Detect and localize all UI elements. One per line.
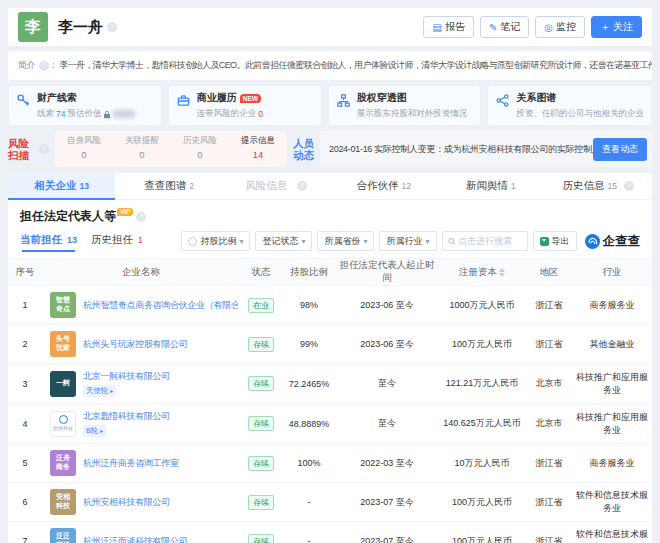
filter-dropdown[interactable]: 所属行业 bbox=[379, 231, 436, 251]
industry-cell: 软件和信息技术服务业 bbox=[572, 522, 652, 543]
relation-graph-card[interactable]: 关系图谱 投资、任职的公司与他相关的企业 bbox=[487, 85, 652, 126]
company-name-link[interactable]: 杭州泛泛而谈科技有限公司 bbox=[83, 535, 187, 543]
monitor-button[interactable]: ◎ 监控 bbox=[535, 16, 585, 38]
company-name-link[interactable]: 杭州头号玩家控股有限公司 bbox=[83, 338, 187, 351]
filter-dropdown[interactable]: 所属省份 bbox=[317, 231, 374, 251]
filter-dropdown[interactable]: 持股比例 bbox=[181, 231, 250, 251]
status-badge: 存续 bbox=[248, 456, 274, 471]
follow-label: 关注 bbox=[613, 20, 633, 34]
export-button[interactable]: 导出 bbox=[533, 231, 577, 251]
info-icon[interactable]: ? bbox=[107, 22, 117, 32]
info-icon[interactable]: ? bbox=[136, 212, 146, 222]
search-icon bbox=[448, 237, 456, 246]
subtab-label: 当前担任 bbox=[20, 233, 62, 245]
filter-label: 所属行业 bbox=[386, 235, 422, 248]
qcc-logo-icon bbox=[585, 234, 600, 249]
tab[interactable]: 合作伙伴 12 bbox=[330, 173, 437, 199]
subtab[interactable]: 历史担任 1 bbox=[91, 233, 143, 250]
risk-stat-value: 0 bbox=[113, 149, 171, 160]
funding-round-tag[interactable]: 天使轮 bbox=[83, 385, 116, 397]
industry-cell: 软件和信息技术服务业 bbox=[572, 483, 652, 522]
company-logo: 安相 科技 bbox=[50, 489, 76, 515]
filter-label: 登记状态 bbox=[262, 235, 298, 248]
row-no: 4 bbox=[8, 404, 42, 444]
company-logo: 泛舟 商务 bbox=[50, 450, 76, 476]
search-box bbox=[442, 231, 528, 251]
business-resume-card[interactable]: 商业履历 NEW 连带风险的企业 0 bbox=[168, 85, 322, 126]
risk-stat-item[interactable]: 提示信息 14 bbox=[229, 135, 287, 163]
companies-table: 序号 企业名称 状态 持股比例 担任法定代表人起止时间 注册资本 地区 行业 1 bbox=[8, 258, 652, 543]
view-dynamics-button[interactable]: 查看动态 bbox=[593, 138, 647, 161]
risk-scan-title: 风险扫描 bbox=[8, 131, 29, 167]
filter-dropdown[interactable]: 登记状态 bbox=[255, 231, 312, 251]
pencil-icon: ✎ bbox=[489, 22, 497, 33]
ratio-cell: 98% bbox=[282, 286, 336, 325]
avatar: 李 bbox=[18, 12, 48, 42]
col-company: 企业名称 bbox=[42, 259, 240, 286]
risk-stat-item[interactable]: 自身风险 0 bbox=[55, 135, 113, 163]
org-chart-icon bbox=[336, 93, 351, 108]
sort-icon[interactable] bbox=[499, 265, 505, 280]
ratio-cell: 99% bbox=[282, 325, 336, 364]
company-logo: 头号 玩家 bbox=[50, 331, 76, 357]
company-name-link[interactable]: 杭州泛舟商务咨询工作室 bbox=[83, 457, 179, 470]
col-industry: 行业 bbox=[572, 259, 652, 286]
property-clues-card[interactable]: 财产线索 线索 74 预估价值 bbox=[8, 85, 162, 126]
chevron-down-icon bbox=[363, 236, 367, 246]
period-cell: 至今 bbox=[336, 404, 438, 444]
tab[interactable]: 相关企业 13 bbox=[8, 173, 115, 199]
info-icon[interactable]: ? bbox=[39, 144, 49, 154]
row-no: 6 bbox=[8, 483, 42, 522]
tab[interactable]: 历史信息 15 ? bbox=[545, 173, 652, 199]
tab[interactable]: 风险信息 ? bbox=[223, 173, 330, 199]
search-input[interactable] bbox=[458, 236, 521, 246]
tab-count: 13 bbox=[79, 181, 88, 191]
period-cell: 2023-06 至今 bbox=[336, 325, 438, 364]
note-button[interactable]: ✎ 笔记 bbox=[480, 16, 529, 38]
info-icon[interactable]: ? bbox=[39, 61, 49, 71]
subtab-label: 历史担任 bbox=[91, 233, 133, 245]
equity-chart-card[interactable]: 股权穿透图 展示股东持股和对外投资情况 bbox=[328, 85, 482, 126]
col-period: 担任法定代表人起止时间 bbox=[336, 259, 438, 286]
key-icon bbox=[16, 93, 31, 108]
funding-round-tag[interactable]: B轮 bbox=[83, 425, 106, 437]
card-desc: 展示股东持股和对外投资情况 bbox=[357, 108, 468, 120]
lock-icon bbox=[103, 110, 111, 119]
company-logo: 匙悟科技 bbox=[50, 411, 76, 437]
value-label: 预估价值 bbox=[67, 108, 101, 120]
person-name: 李一舟 bbox=[58, 18, 103, 37]
status-badge: 存续 bbox=[248, 534, 274, 543]
report-button[interactable]: ▤ 报告 bbox=[423, 16, 473, 38]
brand: 企查查 bbox=[585, 233, 641, 250]
risk-stat-value: 0 bbox=[171, 149, 229, 160]
tab-count: 2 bbox=[189, 181, 194, 191]
risk-stat-value: 0 bbox=[55, 149, 113, 160]
risk-stat-value: 14 bbox=[229, 149, 287, 160]
tab-label: 风险信息 bbox=[245, 179, 287, 193]
tab[interactable]: 新闻舆情 1 bbox=[437, 173, 544, 199]
subtab-count: 1 bbox=[138, 235, 143, 245]
logo-text: 奇点 bbox=[56, 305, 70, 314]
risk-stat-item[interactable]: 关联提醒 0 bbox=[113, 135, 171, 163]
capital-cell: 100万元人民币 bbox=[438, 522, 526, 543]
col-status: 状态 bbox=[240, 259, 282, 286]
risk-scan-section: 风险扫描 ? 自身风险 0 关联提醒 0 历史风险 0 bbox=[8, 131, 652, 167]
company-name-link[interactable]: 北京匙悟科技有限公司 bbox=[83, 410, 170, 423]
follow-button[interactable]: ＋ 关注 bbox=[591, 16, 642, 38]
share-network-icon bbox=[495, 93, 510, 108]
tab-label: 历史信息 bbox=[563, 179, 605, 193]
report-icon: ▤ bbox=[432, 22, 441, 33]
clue-count: 74 bbox=[56, 109, 65, 119]
risk-stat-item[interactable]: 历史风险 0 bbox=[171, 135, 229, 163]
info-icon: ? bbox=[297, 181, 307, 191]
company-name-link[interactable]: 杭州智慧奇点商务咨询合伙企业（有限合伙） bbox=[83, 299, 238, 312]
risk-stat-label: 自身风险 bbox=[55, 135, 113, 147]
period-cell: 2023-06 至今 bbox=[336, 286, 438, 325]
period-cell: 2023-07 至今 bbox=[336, 483, 438, 522]
company-name-link[interactable]: 杭州安相科技有限公司 bbox=[83, 496, 170, 509]
tab[interactable]: 查查图谱 2 bbox=[115, 173, 222, 199]
subtab[interactable]: 当前担任 13 bbox=[20, 233, 77, 250]
company-name-link[interactable]: 北京一舸科技有限公司 bbox=[83, 370, 170, 383]
logo-text: 玩家 bbox=[56, 344, 70, 353]
filter-label: 所属省份 bbox=[324, 235, 360, 248]
